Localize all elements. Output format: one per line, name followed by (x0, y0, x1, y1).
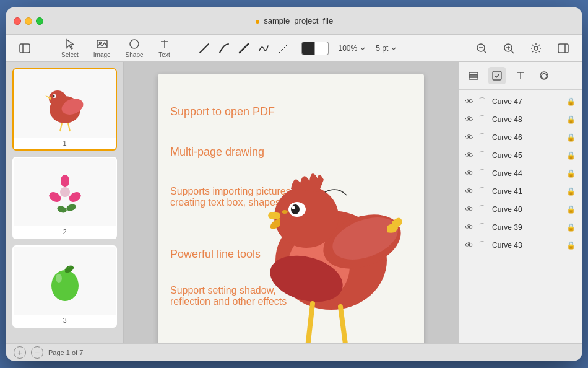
visibility-icon-43: 👁 (465, 240, 475, 250)
layer-name-44: Curve 44 (492, 169, 563, 178)
svg-rect-48 (469, 75, 478, 77)
divider-1 (46, 39, 46, 58)
select-tool-button[interactable]: Select (56, 35, 84, 61)
pen-tool-1[interactable] (196, 40, 212, 56)
layer-name-43: Curve 43 (492, 241, 563, 250)
lock-icon-48: 🔒 (566, 115, 576, 124)
layer-name-41: Curve 41 (492, 187, 563, 196)
sidebar-toggle-button[interactable] (14, 40, 36, 57)
page-3-label: 3 (63, 315, 66, 326)
right-panel: 👁 ⌒ Curve 47 🔒 👁 ⌒ Curve 48 🔒 👁 ⌒ Curve … (458, 62, 582, 343)
pen-tool-4[interactable] (256, 40, 272, 56)
svg-line-7 (240, 44, 248, 53)
shape-tool-button[interactable]: Shape (121, 35, 149, 61)
layer-name-40: Curve 40 (492, 205, 563, 214)
lock-icon-46: 🔒 (566, 133, 576, 142)
svg-rect-49 (469, 77, 478, 79)
pages-sidebar: 1 (6, 62, 124, 343)
select-label: Select (61, 51, 79, 58)
maximize-button[interactable] (36, 17, 43, 25)
pen-tool-3[interactable] (236, 40, 252, 56)
image-label: Image (93, 51, 111, 58)
page-thumb-3[interactable]: 3 (12, 245, 117, 328)
background-color[interactable] (315, 42, 329, 55)
lock-icon-45: 🔒 (566, 151, 576, 160)
svg-point-46 (282, 210, 288, 214)
titlebar: ● sample_project_file (6, 7, 582, 35)
visibility-icon-41: 👁 (465, 186, 475, 196)
layer-item-41[interactable]: 👁 ⌒ Curve 41 🔒 (459, 182, 582, 200)
layer-name-47: Curve 47 (492, 97, 563, 106)
stroke-control: 5 pt (376, 44, 397, 53)
panel-tab-style[interactable] (535, 67, 553, 84)
curve-icon-43: ⌒ (478, 240, 488, 250)
pen-tool-5[interactable] (275, 40, 292, 56)
panel-tab-text[interactable] (512, 67, 529, 84)
svg-rect-50 (493, 71, 501, 80)
svg-line-12 (511, 50, 514, 53)
layer-item-45[interactable]: 👁 ⌒ Curve 45 🔒 (459, 146, 582, 164)
pen-tool-2[interactable] (216, 40, 232, 56)
text-tool-button[interactable]: Text (153, 35, 176, 61)
curve-icon-44: ⌒ (478, 168, 488, 178)
visibility-icon-46: 👁 (465, 133, 475, 142)
lock-icon-40: 🔒 (566, 205, 576, 214)
zoom-controls: 100% (339, 44, 366, 53)
layer-item-43[interactable]: 👁 ⌒ Curve 43 🔒 (459, 236, 582, 254)
bottom-bar: + − Page 1 of 7 (6, 343, 582, 361)
window-title: sample_project_file (264, 16, 333, 25)
layer-item-48[interactable]: 👁 ⌒ Curve 48 🔒 (459, 110, 582, 128)
visibility-icon-40: 👁 (465, 204, 475, 214)
svg-point-32 (65, 203, 76, 212)
minimize-button[interactable] (25, 17, 32, 25)
shape-label: Shape (126, 51, 144, 58)
visibility-icon-44: 👁 (465, 169, 475, 178)
layer-item-46[interactable]: 👁 ⌒ Curve 46 🔒 (459, 128, 582, 146)
color-swatch[interactable] (301, 42, 329, 55)
page-thumb-1[interactable]: 1 (12, 68, 117, 151)
curve-icon-40: ⌒ (478, 204, 488, 214)
close-button[interactable] (14, 17, 21, 25)
bird-illustration (238, 136, 424, 343)
thumb-img-1 (14, 69, 116, 138)
svg-point-15 (534, 46, 538, 50)
panel-tab-layers[interactable] (465, 67, 482, 84)
layer-item-44[interactable]: 👁 ⌒ Curve 44 🔒 (459, 164, 582, 182)
layer-item-40[interactable]: 👁 ⌒ Curve 40 🔒 (459, 200, 582, 218)
lock-icon-44: 🔒 (566, 169, 576, 178)
curve-icon-48: ⌒ (478, 114, 488, 125)
foreground-color[interactable] (301, 42, 315, 55)
svg-rect-0 (20, 44, 30, 53)
settings-button[interactable] (525, 40, 547, 57)
curve-icon-46: ⌒ (478, 132, 488, 142)
svg-point-45 (292, 206, 295, 209)
canvas-text-1: Support to open PDF (170, 105, 275, 118)
layer-name-46: Curve 46 (492, 133, 563, 142)
image-tool-button[interactable]: Image (89, 35, 116, 61)
layer-item-39[interactable]: 👁 ⌒ Curve 39 🔒 (459, 218, 582, 236)
svg-point-25 (60, 187, 70, 197)
remove-page-button[interactable]: − (31, 346, 43, 359)
svg-rect-16 (558, 44, 568, 53)
main-tools: Select Image Shape (56, 35, 176, 61)
main-content: 1 (6, 62, 582, 343)
layer-name-45: Curve 45 (492, 151, 563, 160)
layer-name-48: Curve 48 (492, 115, 563, 124)
thumb-img-3 (14, 247, 116, 315)
lock-icon-41: 🔒 (566, 187, 576, 196)
panel-tab-active[interactable] (488, 67, 506, 84)
layer-item-47[interactable]: 👁 ⌒ Curve 47 🔒 (459, 92, 582, 110)
visibility-icon-39: 👁 (465, 222, 475, 232)
svg-point-29 (61, 175, 69, 187)
page-thumb-2[interactable]: 2 (12, 157, 117, 239)
layer-list: 👁 ⌒ Curve 47 🔒 👁 ⌒ Curve 48 🔒 👁 ⌒ Curve … (459, 90, 582, 343)
svg-point-42 (274, 186, 339, 248)
modified-dot: ● (255, 16, 260, 26)
svg-point-36 (56, 274, 62, 283)
zoom-out-button[interactable] (470, 40, 493, 57)
svg-point-22 (53, 95, 54, 97)
add-page-button[interactable]: + (14, 346, 26, 359)
visibility-icon-45: 👁 (465, 151, 475, 160)
zoom-in-button[interactable] (498, 40, 520, 57)
panel-toggle-button[interactable] (552, 40, 574, 57)
